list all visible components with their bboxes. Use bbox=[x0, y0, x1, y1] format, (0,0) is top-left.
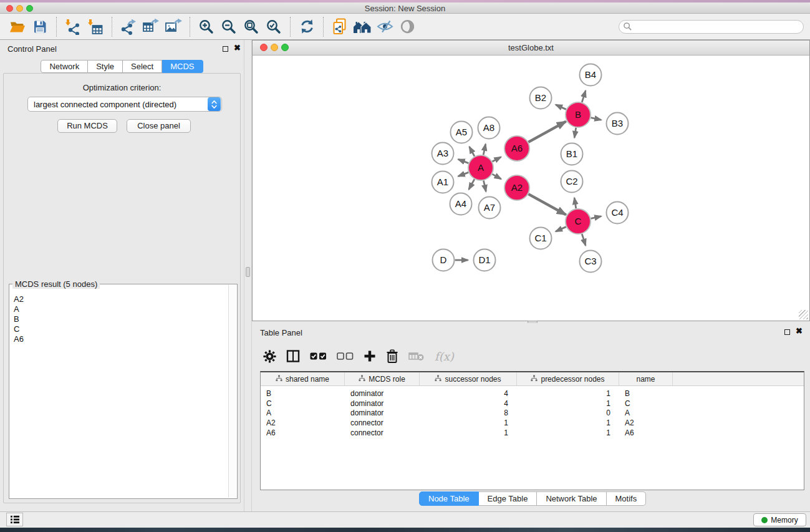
table-cell[interactable]: A bbox=[619, 409, 673, 417]
select-all-icon[interactable] bbox=[310, 352, 327, 360]
table-cell[interactable]: 1 bbox=[420, 418, 517, 427]
tab-motifs[interactable]: Motifs bbox=[607, 491, 647, 506]
mcds-result-item[interactable]: A6 bbox=[10, 334, 227, 344]
column-header-shared-name[interactable]: shared name bbox=[261, 372, 345, 385]
zoom-in-icon[interactable] bbox=[195, 16, 218, 37]
zoom-selected-icon[interactable] bbox=[263, 16, 285, 37]
import-network-icon[interactable] bbox=[62, 16, 84, 37]
add-column-icon[interactable] bbox=[364, 350, 376, 362]
refresh-layout-icon[interactable] bbox=[296, 16, 318, 37]
open-session-icon[interactable] bbox=[6, 16, 29, 37]
table-panel-close-icon[interactable]: ✖ bbox=[796, 328, 803, 334]
table-cell[interactable]: dominator bbox=[345, 389, 420, 398]
table-cell[interactable]: 4 bbox=[420, 399, 517, 408]
edge-C-C3[interactable] bbox=[582, 234, 586, 246]
table-cell[interactable]: A6 bbox=[261, 428, 345, 437]
node-table[interactable]: shared nameMCDS rolesuccessor nodesprede… bbox=[260, 371, 804, 490]
edge-A6-B[interactable] bbox=[528, 122, 566, 142]
edge-A-A7[interactable] bbox=[483, 181, 486, 192]
tab-select[interactable]: Select bbox=[123, 60, 162, 73]
edge-A-A5[interactable] bbox=[470, 147, 475, 156]
zoom-fit-icon[interactable] bbox=[240, 16, 263, 37]
home-icon[interactable] bbox=[351, 16, 374, 37]
search-box[interactable] bbox=[619, 20, 804, 34]
control-panel-close-icon[interactable]: ✖ bbox=[234, 45, 241, 51]
tab-network-table[interactable]: Network Table bbox=[537, 491, 606, 506]
edge-A-A3[interactable] bbox=[458, 159, 469, 163]
run-mcds-button[interactable]: Run MCDS bbox=[57, 119, 117, 133]
column-header-predecessor-nodes[interactable]: predecessor nodes bbox=[517, 372, 619, 385]
export-network-icon[interactable] bbox=[117, 16, 140, 37]
table-row[interactable]: Bdominator41B bbox=[261, 389, 804, 399]
search-input[interactable] bbox=[632, 21, 803, 32]
export-table-icon[interactable] bbox=[140, 16, 162, 37]
tab-edge-table[interactable]: Edge Table bbox=[479, 491, 538, 506]
mcds-result-item[interactable]: C bbox=[10, 324, 227, 334]
birdseye-icon[interactable] bbox=[396, 16, 418, 37]
table-row[interactable]: A6connector11A6 bbox=[261, 428, 804, 438]
table-cell[interactable]: 4 bbox=[420, 389, 517, 398]
vertical-splitter-grip[interactable] bbox=[246, 267, 250, 277]
mcds-result-item[interactable]: A2 bbox=[10, 294, 227, 304]
table-cell[interactable]: C bbox=[619, 399, 673, 408]
network-graph[interactable]: B4B2BB3A5A8A6A3B1AC2A1A2A4A7C4CC1C3DD1 bbox=[253, 56, 809, 321]
table-cell[interactable]: 1 bbox=[517, 389, 619, 398]
edge-C-C4[interactable] bbox=[591, 216, 601, 219]
close-panel-button[interactable]: Close panel bbox=[127, 119, 191, 133]
zoom-out-icon[interactable] bbox=[218, 16, 240, 37]
save-session-icon[interactable] bbox=[29, 16, 51, 37]
delete-table-icon[interactable] bbox=[408, 351, 425, 362]
edge-B-B2[interactable] bbox=[556, 105, 566, 110]
edge-A-A8[interactable] bbox=[483, 144, 486, 155]
control-panel-float-icon[interactable] bbox=[223, 46, 228, 52]
zoom-window-button[interactable] bbox=[26, 5, 33, 12]
mcds-result-list[interactable]: A2ABCA6 bbox=[10, 288, 227, 344]
memory-button[interactable]: Memory bbox=[753, 513, 806, 526]
edge-A-A2[interactable] bbox=[492, 174, 501, 179]
copy-style-icon[interactable] bbox=[329, 16, 351, 37]
network-resize-grip[interactable] bbox=[799, 310, 808, 319]
edge-A-A4[interactable] bbox=[469, 179, 475, 189]
table-cell[interactable]: 1 bbox=[517, 399, 619, 408]
hide-details-icon[interactable] bbox=[374, 16, 396, 37]
tab-mcds[interactable]: MCDS bbox=[162, 60, 203, 73]
edge-A-A1[interactable] bbox=[458, 172, 469, 176]
table-cell[interactable]: 1 bbox=[517, 418, 619, 427]
table-cell[interactable]: connector bbox=[345, 418, 420, 427]
table-panel-float-icon[interactable] bbox=[784, 329, 790, 335]
table-cell[interactable]: 0 bbox=[517, 409, 619, 417]
edge-B-B3[interactable] bbox=[591, 118, 601, 120]
column-header-successor-nodes[interactable]: successor nodes bbox=[420, 372, 517, 385]
edge-B-B1[interactable] bbox=[574, 128, 576, 138]
table-cell[interactable]: C bbox=[261, 399, 345, 408]
export-image-icon[interactable] bbox=[162, 16, 185, 37]
table-cell[interactable]: 1 bbox=[517, 428, 619, 437]
tab-style[interactable]: Style bbox=[88, 60, 123, 73]
table-cell[interactable]: dominator bbox=[345, 409, 420, 417]
mcds-result-item[interactable]: B bbox=[10, 314, 227, 324]
table-row[interactable]: A2connector11A2 bbox=[261, 418, 804, 428]
table-row[interactable]: Adominator80A bbox=[261, 409, 804, 418]
table-cell[interactable]: B bbox=[619, 389, 673, 398]
edge-C-C2[interactable] bbox=[574, 198, 576, 208]
gear-icon[interactable] bbox=[263, 350, 276, 363]
column-header-MCDS-role[interactable]: MCDS role bbox=[345, 372, 420, 385]
table-cell[interactable]: A bbox=[261, 409, 345, 417]
deselect-all-icon[interactable] bbox=[337, 352, 354, 360]
table-cell[interactable]: dominator bbox=[345, 399, 420, 408]
tab-node-table[interactable]: Node Table bbox=[419, 491, 479, 506]
minimize-window-button[interactable] bbox=[16, 5, 23, 12]
edge-A2-C[interactable] bbox=[528, 194, 566, 215]
table-cell[interactable]: 1 bbox=[420, 428, 517, 437]
edge-A-A6[interactable] bbox=[493, 157, 501, 162]
table-cell[interactable]: A2 bbox=[261, 418, 345, 427]
table-cell[interactable]: connector bbox=[345, 428, 420, 437]
import-table-icon[interactable] bbox=[84, 16, 107, 37]
edge-B-B4[interactable] bbox=[582, 90, 586, 102]
table-cell[interactable]: A2 bbox=[619, 418, 673, 427]
tab-network[interactable]: Network bbox=[41, 60, 88, 73]
close-window-button[interactable] bbox=[6, 5, 13, 12]
criterion-dropdown[interactable]: largest connected component (directed) bbox=[27, 97, 222, 112]
mcds-result-item[interactable]: A bbox=[10, 304, 227, 314]
table-row[interactable]: Cdominator41C bbox=[261, 399, 804, 409]
